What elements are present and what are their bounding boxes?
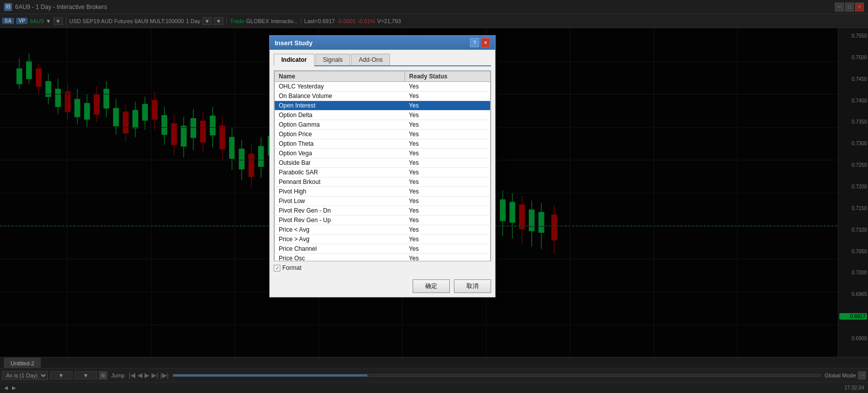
study-name-cell: Option Gamma: [275, 120, 405, 130]
study-status-cell: Yes: [405, 139, 491, 149]
study-name-cell: OHLC Yesterday: [275, 82, 405, 91]
study-status-cell: Yes: [405, 244, 491, 254]
study-status-cell: Yes: [405, 101, 491, 111]
table-row[interactable]: Outside BarYes: [275, 158, 491, 168]
study-name-cell: Parabolic SAR: [275, 168, 405, 177]
study-name-cell: Price Channel: [275, 244, 405, 254]
study-table: Name Ready Status OHLC YesterdayYesOn Ba…: [274, 71, 491, 261]
study-name-cell: Option Price: [275, 130, 405, 139]
modal-footer: 确定 取消: [270, 275, 495, 297]
study-name-cell: Pivot High: [275, 187, 405, 197]
study-name-cell: On Balance Volume: [275, 91, 405, 101]
study-name-cell: Outside Bar: [275, 158, 405, 168]
study-name-cell: Pennant Brkout: [275, 177, 405, 187]
modal-titlebar: Insert Study ? ×: [270, 36, 495, 50]
cancel-button[interactable]: 取消: [454, 279, 491, 293]
study-status-cell: Yes: [405, 197, 491, 206]
study-name-cell: Pivot Rev Gen - Up: [275, 216, 405, 225]
table-row[interactable]: Option VegaYes: [275, 149, 491, 158]
table-row[interactable]: Pivot HighYes: [275, 187, 491, 197]
study-status-cell: Yes: [405, 91, 491, 101]
study-status-cell: Yes: [405, 177, 491, 187]
study-name-cell: Option Theta: [275, 139, 405, 149]
table-row[interactable]: Price < AvgYes: [275, 225, 491, 235]
table-row[interactable]: Price ChannelYes: [275, 244, 491, 254]
format-row: Format: [274, 264, 491, 271]
tab-signals[interactable]: Signals: [315, 54, 350, 65]
study-status-cell: Yes: [405, 82, 491, 91]
table-row[interactable]: Option GammaYes: [275, 120, 491, 130]
table-row[interactable]: On Balance VolumeYes: [275, 91, 491, 101]
study-list-container[interactable]: Name Ready Status OHLC YesterdayYesOn Ba…: [274, 70, 491, 261]
table-row[interactable]: Option DeltaYes: [275, 111, 491, 120]
study-status-cell: Yes: [405, 225, 491, 235]
insert-study-modal: Insert Study ? × Indicator Signals Add-O…: [269, 35, 496, 298]
study-status-cell: Yes: [405, 206, 491, 216]
modal-title: Insert Study: [275, 39, 312, 47]
study-status-cell: Yes: [405, 216, 491, 225]
table-row[interactable]: Parabolic SARYes: [275, 168, 491, 177]
table-row[interactable]: Open InterestYes: [275, 101, 491, 111]
format-checkbox[interactable]: [274, 265, 280, 271]
table-row[interactable]: Option PriceYes: [275, 130, 491, 139]
study-name-cell: Price Osc: [275, 254, 405, 262]
confirm-button[interactable]: 确定: [413, 279, 450, 293]
table-row[interactable]: Price > AvgYes: [275, 235, 491, 244]
study-name-cell: Option Delta: [275, 111, 405, 120]
table-header-row: Name Ready Status: [275, 71, 491, 82]
study-status-cell: Yes: [405, 235, 491, 244]
study-name-cell: Open Interest: [275, 101, 405, 111]
study-name-cell: Price > Avg: [275, 235, 405, 244]
study-status-cell: Yes: [405, 158, 491, 168]
table-row[interactable]: Pivot Rev Gen - DnYes: [275, 206, 491, 216]
study-status-cell: Yes: [405, 111, 491, 120]
table-row[interactable]: Price OscYes: [275, 254, 491, 262]
tab-indicator[interactable]: Indicator: [274, 54, 314, 66]
study-status-cell: Yes: [405, 149, 491, 158]
modal-help-button[interactable]: ?: [470, 38, 479, 47]
study-status-cell: Yes: [405, 120, 491, 130]
study-status-cell: Yes: [405, 187, 491, 197]
study-status-cell: Yes: [405, 254, 491, 262]
table-row[interactable]: Pivot LowYes: [275, 197, 491, 206]
modal-body: Indicator Signals Add-Ons Name Ready Sta…: [270, 50, 495, 275]
table-row[interactable]: OHLC YesterdayYes: [275, 82, 491, 91]
study-name-cell: Option Vega: [275, 149, 405, 158]
col-name: Name: [275, 71, 405, 82]
modal-controls: ? ×: [470, 38, 490, 47]
study-name-cell: Pivot Rev Gen - Dn: [275, 206, 405, 216]
col-status: Ready Status: [405, 71, 491, 82]
study-name-cell: Pivot Low: [275, 197, 405, 206]
study-status-cell: Yes: [405, 130, 491, 139]
tab-addons[interactable]: Add-Ons: [351, 54, 390, 65]
study-name-cell: Price < Avg: [275, 225, 405, 235]
study-status-cell: Yes: [405, 168, 491, 177]
table-row[interactable]: Option ThetaYes: [275, 139, 491, 149]
modal-tabs: Indicator Signals Add-Ons: [274, 54, 491, 66]
table-row[interactable]: Pennant BrkoutYes: [275, 177, 491, 187]
table-row[interactable]: Pivot Rev Gen - UpYes: [275, 216, 491, 225]
format-label: Format: [282, 264, 301, 271]
modal-close-button[interactable]: ×: [481, 38, 490, 47]
